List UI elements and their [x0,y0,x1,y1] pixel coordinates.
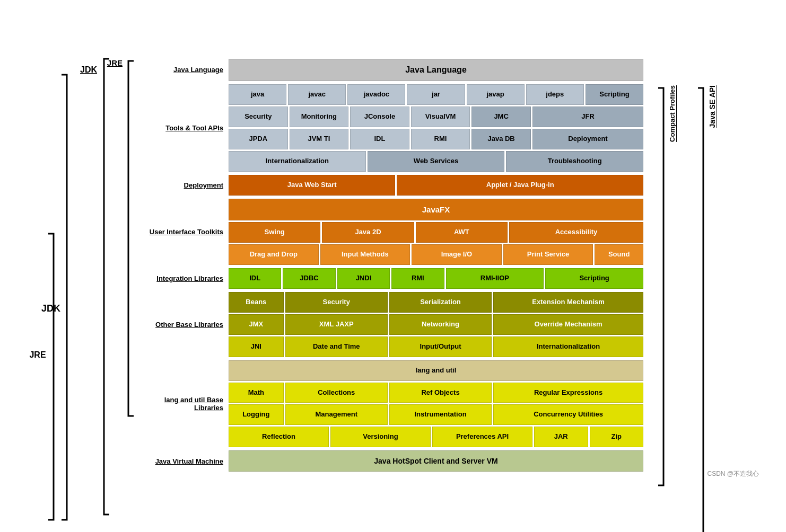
lu-collections: Collections [285,383,388,403]
int-scripting: Scripting [545,268,643,289]
other-row2: JMX XML JAXP Networking Override Mechani… [229,314,643,335]
int-rmi: RMI [391,268,444,289]
langutil-content: lang and util Math Collections Ref Objec… [229,360,643,448]
deploy-applet: Applet / Java Plug-in [397,175,643,196]
deployment-row: Deployment Java Web Start Applet / Java … [144,175,643,196]
lu-jar: JAR [534,427,588,447]
compact-profiles-label: Compact Profiles [668,85,676,142]
java-language-content: Java Language [229,59,643,82]
right-labels: Compact Profiles Java SE API [648,59,732,474]
jvm-cells: Java HotSpot Client and Server VM [229,450,643,472]
tool-jconsole: JConsole [350,107,409,127]
deployment-label-text: Deployment [184,181,223,189]
ui-inputmethods: Input Methods [320,244,411,265]
ui-swing: Swing [229,222,320,243]
ob-datetime: Date and Time [285,336,388,357]
left-brackets-svg: JDK JRE [22,59,85,532]
ui-printservice: Print Service [503,244,593,265]
tool-deployment: Deployment [532,129,643,149]
langutil-row1: Math Collections Ref Objects Regular Exp… [229,383,643,403]
langutil-label: lang and util Base Libraries [144,360,229,448]
tool-jpda: JPDA [229,129,288,149]
lu-refobjects: Ref Objects [389,383,492,403]
diagram-wrapper: JDK Java Language Java Language Tools & … [32,59,732,474]
ui-awt: AWT [416,222,508,243]
compact-profiles-bracket [650,85,666,488]
java-se-group: Java SE API [690,85,717,532]
jre-text: JRE [29,350,46,359]
langutil-row3: Reflection Versioning Preferences API JA… [229,427,643,447]
tools-row1: java javac javadoc jar javap jdeps Scrip… [229,84,643,105]
ui-imageio: Image I/O [412,244,502,265]
tool-security: Security [229,107,288,127]
compact-profiles-group: Compact Profiles [650,85,676,488]
jre-label-group: JRE [107,58,123,67]
langutil-header-row: lang and util [229,360,643,381]
lu-reflection: Reflection [229,427,329,447]
tool-javadoc: javadoc [347,84,405,105]
tool-idl: IDL [350,129,409,149]
tool-webservices: Web Services [368,151,505,172]
lu-logging: Logging [229,404,284,425]
int-jndi: JNDI [337,268,390,289]
ui-row1: Swing Java 2D AWT Accessibility [229,222,643,243]
javafx-cell: JavaFX [229,199,643,221]
tool-javac: javac [288,84,346,105]
tools-row3: JPDA JVM TI IDL RMI Java DB Deployment [229,129,643,149]
ob-io: Input/Output [389,336,492,357]
main-diagram: JDK Java Language Java Language Tools & … [144,59,643,474]
integration-cells: IDL JDBC JNDI RMI RMI-IIOP Scripting [229,268,643,289]
lu-versioning: Versioning [330,427,431,447]
langutil-header: lang and util [229,360,643,381]
tools-row2: Security Monitoring JConsole VisualVM JM… [229,107,643,127]
tool-i18n: Internationalization [229,151,366,172]
langutil-row: lang and util Base Libraries lang and ut… [144,360,643,448]
deployment-cells: Java Web Start Applet / Java Plug-in [229,175,643,196]
other-base-label: Other Base Libraries [144,292,229,357]
other-base-content: Beans Security Serialization Extension M… [229,292,643,357]
integration-label-text: Integration Libraries [156,274,223,282]
java-language-label: Java Language [173,66,223,74]
jdk-text: JDK [41,303,60,313]
other-base-label-text: Other Base Libraries [155,321,223,329]
ob-beans: Beans [229,292,284,313]
tools-content: java javac javadoc jar javap jdeps Scrip… [229,84,643,172]
lu-math: Math [229,383,284,403]
tools-label: Tools & Tool APIs [144,84,229,172]
ui-accessibility: Accessibility [509,222,643,243]
tool-scripting: Scripting [586,84,643,105]
other-row3: JNI Date and Time Input/Output Internati… [229,336,643,357]
javafx-row: JavaFX [229,199,643,221]
tool-java: java [229,84,286,105]
tool-jdeps: jdeps [526,84,584,105]
jvm-label: Java Virtual Machine [144,450,229,472]
tools-label-text: Tools & Tool APIs [165,124,223,132]
lu-instrumentation: Instrumentation [389,404,492,425]
ob-serialization: Serialization [389,292,492,313]
tool-jar: jar [407,84,465,105]
integration-content: IDL JDBC JNDI RMI RMI-IIOP Scripting [229,268,643,289]
int-jdbc: JDBC [283,268,335,289]
ob-jmx: JMX [229,314,284,335]
java-language-cell: Java Language [229,59,643,82]
tool-jmc: JMC [471,107,531,127]
tool-monitoring: Monitoring [290,107,349,127]
ob-extmech: Extension Mechanism [493,292,643,313]
tool-jfr: JFR [532,107,643,127]
deployment-content: Java Web Start Applet / Java Plug-in [229,175,643,196]
other-base-row: Other Base Libraries Beans Security Seri… [144,292,643,357]
langutil-row2: Logging Management Instrumentation Concu… [229,404,643,425]
jre-label: JRE [107,58,123,67]
ob-i18n: Internationalization [493,336,643,357]
jvm-label-text: Java Virtual Machine [155,457,223,465]
jdk-bracket [101,54,117,530]
tool-javadb: Java DB [471,129,531,149]
watermark: CSDN @不造我心 [707,469,759,478]
ui-label: JRE User Interface Toolkits [144,199,229,265]
lu-zip: Zip [590,427,644,447]
ob-security: Security [285,292,388,313]
lu-prefs: Preferences API [432,427,532,447]
deploy-webstart: Java Web Start [229,175,395,196]
ui-java2d: Java 2D [322,222,414,243]
java-se-label: Java SE API [708,85,717,128]
